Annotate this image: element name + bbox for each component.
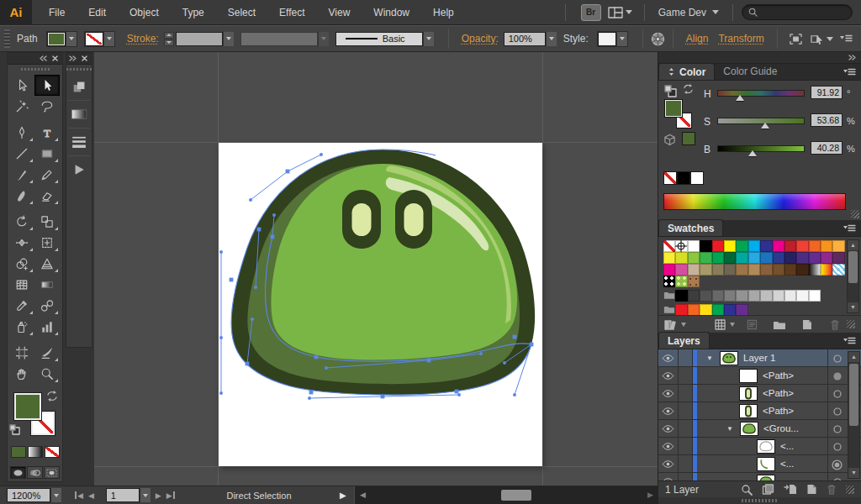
slice-tool[interactable] <box>34 342 60 363</box>
zoom-level-value[interactable]: 1200% <box>7 488 50 502</box>
target-circle[interactable] <box>832 477 843 480</box>
layer-name[interactable]: <... <box>780 441 794 451</box>
draw-inside-button[interactable] <box>44 466 60 479</box>
swatch[interactable] <box>821 252 832 264</box>
artboard-dropdown[interactable] <box>140 488 151 502</box>
close-icon[interactable] <box>52 55 58 61</box>
layer-name[interactable]: <Path> <box>763 406 794 416</box>
slime-right-eye[interactable] <box>395 190 432 249</box>
color-mode-button[interactable] <box>11 446 26 458</box>
swatch[interactable] <box>688 264 700 276</box>
tab-layers[interactable]: Layers <box>658 332 710 349</box>
default-fill-stroke-icon[interactable] <box>9 424 20 435</box>
visibility-toggle[interactable] <box>658 438 679 454</box>
last-artboard-button[interactable]: ▶ <box>166 491 175 500</box>
swatch[interactable] <box>773 264 784 276</box>
swatch[interactable] <box>675 304 687 316</box>
layers-scrollbar[interactable]: ▲ ▼ <box>848 351 860 479</box>
anchor-point[interactable] <box>513 335 517 339</box>
artboard-tool[interactable] <box>9 342 34 363</box>
tab-color[interactable]: Color <box>658 63 715 80</box>
lock-toggle[interactable] <box>679 455 693 472</box>
opacity-link[interactable]: Opacity: <box>462 33 499 45</box>
opacity-value[interactable]: 100% <box>504 32 546 46</box>
swatch-pat-check[interactable] <box>832 264 844 276</box>
width-profile-field[interactable] <box>240 32 329 46</box>
anchor-point[interactable] <box>309 391 314 395</box>
swatch[interactable] <box>784 252 796 264</box>
swatch[interactable] <box>736 240 747 252</box>
anchor-point[interactable] <box>455 390 459 394</box>
panel-grip[interactable] <box>4 29 10 48</box>
layer-thumbnail[interactable] <box>739 386 758 401</box>
swatch[interactable] <box>700 304 711 316</box>
scrollbar-thumb[interactable] <box>848 251 858 283</box>
target-circle[interactable] <box>832 407 843 419</box>
panel-resize-grip[interactable] <box>846 486 854 494</box>
swatch-libraries-icon[interactable] <box>664 319 678 330</box>
scrollbar-thumb[interactable] <box>501 490 531 501</box>
slider-handle[interactable] <box>736 95 744 101</box>
swatch[interactable] <box>748 264 760 276</box>
new-swatch-icon[interactable] <box>801 319 813 330</box>
eraser-tool[interactable] <box>34 185 60 206</box>
swatch[interactable] <box>712 304 724 316</box>
swatch[interactable] <box>675 252 687 264</box>
selection-tool[interactable] <box>9 75 34 96</box>
black-chip[interactable] <box>677 171 690 185</box>
magic-wand-tool[interactable] <box>9 96 34 117</box>
perspective-grid-tool[interactable] <box>34 253 60 274</box>
swatch[interactable] <box>796 240 808 252</box>
swatch[interactable] <box>724 240 736 252</box>
layer-row[interactable]: <Path> <box>658 385 861 402</box>
visibility-toggle[interactable] <box>658 473 679 480</box>
lock-toggle[interactable] <box>679 385 693 402</box>
anchor-point[interactable] <box>314 355 319 360</box>
slider-value[interactable]: 91.92 <box>811 86 843 99</box>
scroll-left-arrow[interactable]: ◀ <box>360 491 366 499</box>
lasso-tool[interactable] <box>34 96 60 117</box>
none-chip[interactable] <box>663 171 677 185</box>
canvas[interactable] <box>94 52 658 486</box>
swatch[interactable] <box>748 240 760 252</box>
target-circle[interactable] <box>832 354 843 366</box>
stroke-dropdown-button[interactable] <box>103 32 114 46</box>
swatch[interactable] <box>736 290 747 302</box>
free-transform-tool[interactable] <box>34 232 60 253</box>
swatch[interactable] <box>784 240 796 252</box>
close-icon[interactable] <box>82 55 87 61</box>
menu-window[interactable]: Window <box>362 0 421 25</box>
scale-tool[interactable] <box>34 211 60 232</box>
swatch-pat-texture[interactable] <box>688 276 700 287</box>
visibility-toggle[interactable] <box>658 385 679 402</box>
swatch[interactable] <box>675 264 687 276</box>
shape-builder-tool[interactable] <box>9 253 34 274</box>
draw-normal-button[interactable] <box>10 466 26 479</box>
swatch[interactable] <box>796 290 808 302</box>
menu-edit[interactable]: Edit <box>77 0 118 25</box>
swatch[interactable] <box>724 252 736 264</box>
slider-handle[interactable] <box>748 150 757 156</box>
menu-help[interactable]: Help <box>421 0 466 25</box>
layer-thumbnail[interactable] <box>739 404 758 418</box>
swatch[interactable] <box>796 252 808 264</box>
swatch[interactable] <box>760 290 772 302</box>
visibility-toggle[interactable] <box>658 455 679 472</box>
mesh-tool[interactable] <box>9 274 34 295</box>
slime-left-eye[interactable] <box>342 190 381 249</box>
swatches-scrollbar[interactable]: ▲ ▼ <box>847 239 859 313</box>
fill-color-swatch[interactable] <box>47 32 66 46</box>
transform-link[interactable]: Transform <box>718 33 763 45</box>
delete-layer-icon[interactable] <box>827 484 837 495</box>
swatch-group-folder[interactable] <box>663 304 675 316</box>
menu-effect[interactable]: Effect <box>267 0 316 25</box>
tab-color-guide[interactable]: Color Guide <box>715 63 785 80</box>
width-profile-dropdown[interactable] <box>318 32 329 46</box>
anchor-point[interactable] <box>246 362 250 366</box>
swatch[interactable] <box>700 264 711 276</box>
color-spectrum-bar[interactable] <box>663 193 846 210</box>
swatch-grad-bw[interactable] <box>809 264 821 276</box>
swatch[interactable] <box>748 290 760 302</box>
stroke-weight-dropdown[interactable] <box>223 32 234 46</box>
swatch[interactable] <box>712 252 724 264</box>
